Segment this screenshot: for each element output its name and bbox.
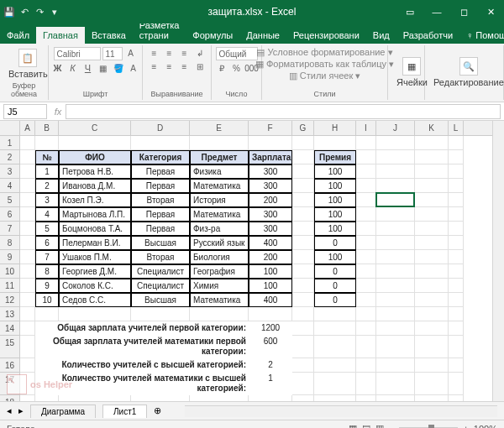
cell[interactable] xyxy=(20,236,35,250)
tab-insert[interactable]: Вставка xyxy=(85,27,133,44)
cell[interactable] xyxy=(292,150,314,164)
cell[interactable]: Первая xyxy=(131,222,190,236)
cell[interactable] xyxy=(376,150,415,164)
cell[interactable]: Ушаков П.М. xyxy=(59,250,131,264)
align-right-icon[interactable]: ≡ xyxy=(178,60,192,72)
cell[interactable]: Математика xyxy=(190,179,249,193)
cell[interactable]: Иванова Д.М. xyxy=(59,179,131,193)
cell[interactable]: 7 xyxy=(35,250,59,264)
cell[interactable] xyxy=(314,395,356,401)
cell[interactable] xyxy=(356,222,376,236)
cell[interactable]: Мартынова Л.П. xyxy=(59,207,131,222)
align-left-icon[interactable]: ≡ xyxy=(148,60,161,72)
cell[interactable] xyxy=(20,193,35,207)
col-header[interactable]: G xyxy=(292,121,314,135)
cell[interactable]: 100 xyxy=(314,193,356,207)
col-header[interactable]: A xyxy=(20,121,35,135)
cell[interactable]: География xyxy=(190,264,249,279)
cell[interactable] xyxy=(131,136,190,150)
cell[interactable]: 4 xyxy=(35,207,59,222)
cell[interactable] xyxy=(449,207,464,222)
new-sheet-icon[interactable]: ⊕ xyxy=(154,405,161,416)
cell[interactable]: 0 xyxy=(314,279,356,293)
cell[interactable] xyxy=(376,250,415,264)
align-mid-icon[interactable]: ≡ xyxy=(163,47,176,59)
cell[interactable]: Физика xyxy=(190,164,249,179)
cell[interactable] xyxy=(20,307,35,321)
fill-color-icon[interactable]: 🪣 xyxy=(112,62,125,74)
cell[interactable] xyxy=(415,136,449,150)
cell[interactable]: Категория xyxy=(131,150,190,164)
cell[interactable] xyxy=(20,395,35,401)
cell[interactable] xyxy=(376,222,415,236)
cell[interactable] xyxy=(356,250,376,264)
cell[interactable] xyxy=(449,279,464,293)
cell[interactable]: 200 xyxy=(249,250,292,264)
cell[interactable]: Первая xyxy=(131,164,190,179)
align-top-icon[interactable]: ≡ xyxy=(148,47,161,59)
cell[interactable] xyxy=(449,336,464,358)
cell[interactable] xyxy=(20,136,35,150)
cell[interactable] xyxy=(356,193,376,207)
wrap-icon[interactable]: ↲ xyxy=(193,47,207,59)
cell[interactable] xyxy=(415,307,449,321)
cell[interactable] xyxy=(415,264,449,279)
cell[interactable]: Высшая xyxy=(131,293,190,307)
cell[interactable] xyxy=(376,207,415,222)
cell[interactable] xyxy=(59,136,131,150)
cell[interactable] xyxy=(415,321,449,336)
cell[interactable] xyxy=(415,179,449,193)
bold-icon[interactable]: Ж xyxy=(51,62,65,74)
row-header[interactable]: 7 xyxy=(0,222,20,236)
cell[interactable] xyxy=(356,236,376,250)
cell[interactable]: Общая зарплата учителей математики перво… xyxy=(35,336,249,358)
paste-button[interactable]: 📋Вставить xyxy=(5,47,51,81)
cell[interactable] xyxy=(20,207,35,222)
tab-developer[interactable]: Разработчи xyxy=(396,27,459,44)
cell[interactable] xyxy=(292,358,314,373)
cell[interactable]: Предмет xyxy=(190,150,249,164)
cell[interactable]: Боцмонова Т.А. xyxy=(59,222,131,236)
font-color-icon[interactable]: A xyxy=(127,62,140,74)
cell[interactable]: История xyxy=(190,193,249,207)
row-header[interactable]: 1 xyxy=(0,136,20,150)
cell[interactable] xyxy=(376,373,415,395)
cell[interactable]: Козел П.Э. xyxy=(59,193,131,207)
cell[interactable] xyxy=(20,179,35,193)
cell[interactable] xyxy=(20,321,35,336)
row-header[interactable]: 5 xyxy=(0,193,20,207)
sheet-next-icon[interactable]: ▸ xyxy=(18,405,24,416)
font-name-select[interactable]: Calibri xyxy=(54,47,101,60)
cell[interactable] xyxy=(314,321,356,336)
row-header[interactable]: 11 xyxy=(0,279,20,293)
row-header[interactable]: 8 xyxy=(0,236,20,250)
col-header[interactable]: D xyxy=(131,121,190,135)
row-header[interactable]: 3 xyxy=(0,164,20,179)
maximize-icon[interactable]: ◻ xyxy=(450,0,477,23)
cell[interactable] xyxy=(449,150,464,164)
row-header[interactable]: 13 xyxy=(0,307,20,321)
cell[interactable]: 5 xyxy=(35,222,59,236)
cell[interactable] xyxy=(415,293,449,307)
cell[interactable]: 100 xyxy=(314,250,356,264)
italic-icon[interactable]: К xyxy=(66,62,80,74)
cell[interactable]: Физ-ра xyxy=(190,222,249,236)
cell[interactable] xyxy=(376,236,415,250)
cell[interactable]: Математика xyxy=(190,293,249,307)
cell[interactable] xyxy=(190,136,249,150)
cell[interactable] xyxy=(376,164,415,179)
cell[interactable] xyxy=(20,358,35,373)
cell[interactable] xyxy=(376,395,415,401)
cell[interactable] xyxy=(415,193,449,207)
row-header[interactable]: 6 xyxy=(0,207,20,222)
cell[interactable] xyxy=(292,293,314,307)
cell[interactable]: Количество учителей с высшей категорией: xyxy=(35,358,249,373)
cell[interactable]: Высшая xyxy=(131,236,190,250)
cell[interactable]: 100 xyxy=(314,207,356,222)
cell[interactable]: 10 xyxy=(35,293,59,307)
cell[interactable]: 100 xyxy=(249,279,292,293)
ribbon-options-icon[interactable]: ▭ xyxy=(396,0,423,23)
cell[interactable] xyxy=(415,250,449,264)
cell[interactable]: 600 xyxy=(249,336,292,358)
cell[interactable] xyxy=(314,307,356,321)
